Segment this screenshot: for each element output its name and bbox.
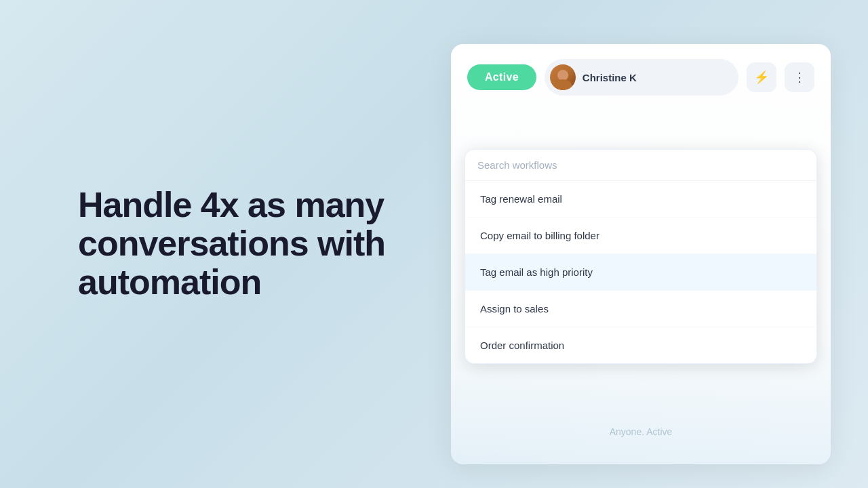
avatar xyxy=(550,64,576,90)
user-name: Christine K xyxy=(583,72,637,83)
headline: Handle 4x as many conversations with aut… xyxy=(78,186,417,302)
right-panel: Active Christine K ⚡ ⋮ Tag renewal email… xyxy=(451,44,831,464)
workflow-dropdown: Tag renewal email Copy email to billing … xyxy=(465,149,817,364)
search-input[interactable] xyxy=(477,159,804,171)
menu-item-tag-renewal[interactable]: Tag renewal email xyxy=(465,181,816,218)
search-box[interactable] xyxy=(465,150,816,181)
more-button[interactable]: ⋮ xyxy=(785,62,814,92)
lightning-button[interactable]: ⚡ xyxy=(747,62,776,92)
menu-item-tag-high-priority[interactable]: Tag email as high priority xyxy=(465,254,816,291)
menu-item-order-confirmation[interactable]: Order confirmation xyxy=(465,327,816,363)
panel-topbar: Active Christine K ⚡ ⋮ xyxy=(451,44,831,110)
menu-item-copy-billing[interactable]: Copy email to billing folder xyxy=(465,218,816,254)
menu-item-assign-sales[interactable]: Assign to sales xyxy=(465,291,816,327)
more-icon: ⋮ xyxy=(793,70,806,85)
left-content-area: Handle 4x as many conversations with aut… xyxy=(78,186,417,302)
active-badge[interactable]: Active xyxy=(467,64,536,90)
lightning-icon: ⚡ xyxy=(754,70,769,85)
user-pill[interactable]: Christine K xyxy=(545,59,738,96)
bottom-status: Anyone. Active xyxy=(451,426,831,437)
